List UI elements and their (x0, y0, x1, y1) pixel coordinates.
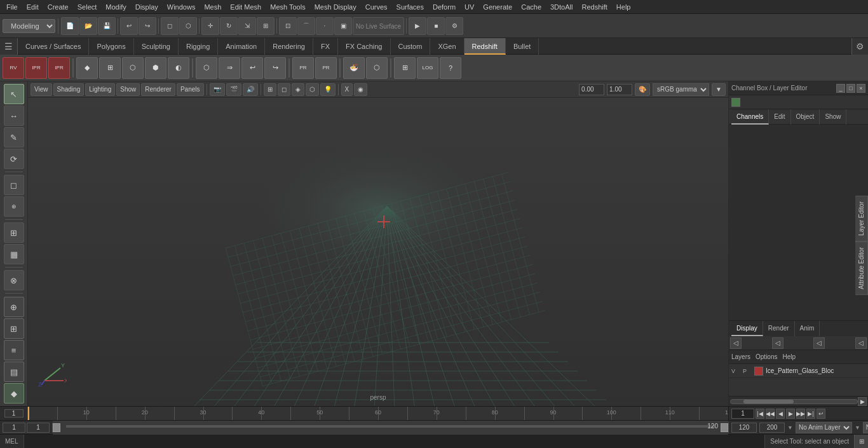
vp-audio-btn[interactable]: 🔊 (243, 83, 258, 96)
vp-wire-toggle[interactable]: ◻ (278, 83, 290, 96)
shelf-save-btn[interactable]: 💾 (98, 17, 116, 35)
layer-menu-layers[interactable]: Layers (731, 353, 750, 360)
tab-rendering[interactable]: Rendering (265, 38, 313, 55)
layer-menu-help[interactable]: Help (782, 353, 796, 360)
vp-xray-toggle[interactable]: X (341, 83, 353, 96)
menu-mesh-display[interactable]: Mesh Display (311, 2, 360, 12)
tool-mag[interactable]: ⊕ (4, 196, 24, 217)
tab-fx-caching[interactable]: FX Caching (338, 38, 390, 55)
anim-layer-arrow[interactable]: ▼ (787, 424, 793, 431)
tl-nav-prev[interactable]: ◀ (776, 409, 785, 419)
rs-icon-9[interactable]: ⬡ (196, 57, 217, 79)
rs-icon-8[interactable]: ◐ (168, 57, 189, 79)
shelf-render-btn[interactable]: ▶ (409, 17, 426, 35)
tool-isolate[interactable]: ⊗ (4, 270, 24, 290)
shelf-ipr-btn[interactable]: ■ (427, 17, 445, 35)
range-bar[interactable]: 120 (53, 421, 728, 435)
panel-collapse-btn[interactable]: _ (836, 84, 845, 93)
shelf-redo-btn[interactable]: ↪ (139, 17, 156, 35)
timeline-frame-input[interactable] (4, 409, 24, 417)
pb-current-input[interactable] (27, 423, 50, 433)
layer-tb-btn-3[interactable]: ◁ (813, 337, 825, 349)
shelf-undo-btn[interactable]: ↩ (120, 17, 138, 35)
menu-uv[interactable]: UV (461, 2, 478, 12)
layer-scroll-right[interactable]: ▶ (858, 397, 867, 406)
char-set-arrow[interactable]: ▼ (855, 424, 860, 431)
layer-tb-btn-1[interactable]: ◁ (730, 337, 742, 349)
menu-redshift[interactable]: Redshift (578, 2, 611, 12)
ch-tab-edit[interactable]: Edit (769, 109, 790, 125)
shelf-rotate-btn[interactable]: ↻ (220, 17, 238, 35)
menu-display[interactable]: Display (132, 2, 162, 12)
panel-expand-btn[interactable]: □ (846, 84, 855, 93)
gamma-dropdown[interactable]: sRGB gamma (653, 83, 709, 96)
tab-bar-left-btn[interactable]: ☰ (0, 38, 18, 55)
panel-close-btn[interactable]: × (857, 84, 865, 93)
tl-nav-play[interactable]: ▶ (786, 409, 795, 419)
shelf-snap-point-btn[interactable]: · (316, 17, 334, 35)
vp-menu-shading[interactable]: Shading (53, 83, 85, 96)
menu-surfaces[interactable]: Surfaces (393, 2, 428, 12)
tab-polygons[interactable]: Polygons (89, 38, 133, 55)
vp-texture-toggle[interactable]: ⬡ (306, 83, 319, 96)
menu-deform[interactable]: Deform (429, 2, 459, 12)
tool-move[interactable]: ↔ (4, 105, 24, 126)
rs-icon-17[interactable]: ⊞ (394, 57, 416, 79)
shelf-new-btn[interactable]: 📄 (61, 17, 79, 35)
vp-camera-btn[interactable]: 📷 (210, 83, 225, 96)
rs-icon-3[interactable]: IPR (48, 57, 70, 79)
channel-content[interactable] (729, 125, 868, 320)
tab-xgen[interactable]: XGen (430, 38, 464, 55)
tool-extra1[interactable]: ⊕ (4, 297, 24, 317)
shelf-select-btn[interactable]: ◻ (161, 17, 179, 35)
rs-icon-16[interactable]: ⬡ (366, 57, 388, 79)
menu-edit[interactable]: Edit (23, 2, 43, 12)
mode-selector[interactable]: Modeling (3, 19, 55, 33)
vp-menu-renderer[interactable]: Renderer (141, 83, 175, 96)
shelf-render-settings-btn[interactable]: ⚙ (445, 17, 463, 35)
rs-icon-5[interactable]: ⊞ (99, 57, 121, 79)
menu-mesh-tools[interactable]: Mesh Tools (266, 2, 309, 12)
tool-select[interactable]: ↖ (4, 84, 24, 104)
viewport-3d[interactable]: Y X Z persp (28, 98, 728, 406)
menu-help[interactable]: Help (613, 2, 635, 12)
vp-menu-panels[interactable]: Panels (177, 83, 204, 96)
current-frame-display[interactable] (731, 409, 754, 419)
rs-icon-11[interactable]: ↩ (241, 57, 263, 79)
shelf-snap-grid-btn[interactable]: ⊡ (279, 17, 297, 35)
layer-tb-btn-2[interactable]: ◁ (772, 337, 783, 349)
rs-icon-7[interactable]: ⬢ (145, 57, 166, 79)
command-input[interactable] (24, 435, 765, 449)
side-tab-attribute-editor[interactable]: Attribute Editor (855, 241, 868, 295)
menu-modify[interactable]: Modify (102, 2, 130, 12)
rs-icon-15[interactable]: 🍜 (343, 57, 365, 79)
rs-icon-1[interactable]: RV (3, 57, 24, 79)
pb-start-input[interactable] (3, 423, 25, 433)
menu-file[interactable]: File (3, 2, 22, 12)
layer-menu-options[interactable]: Options (756, 353, 777, 360)
ch-tab-channels[interactable]: Channels (731, 109, 769, 125)
layer-tb-btn-4[interactable]: ◁ (855, 337, 867, 349)
cmd-expand-btn[interactable]: ⊞ (854, 435, 868, 449)
gamma-mode-icon[interactable]: 🎨 (635, 83, 650, 96)
rs-icon-19[interactable]: ? (440, 57, 461, 79)
tab-rigging[interactable]: Rigging (179, 38, 218, 55)
tab-sculpting[interactable]: Sculpting (134, 38, 179, 55)
tab-settings-btn[interactable]: ⚙ (851, 38, 868, 55)
rs-icon-13[interactable]: PR (292, 57, 314, 79)
shelf-lasso-btn[interactable]: ⬡ (179, 17, 197, 35)
tool-display[interactable]: ▦ (4, 244, 24, 264)
rs-icon-14[interactable]: PR (315, 57, 337, 79)
vp-light-toggle[interactable]: 💡 (320, 83, 336, 96)
rs-icon-10[interactable]: ⇒ (219, 57, 240, 79)
tool-extra4[interactable]: ▤ (4, 362, 24, 382)
tab-fx[interactable]: FX (313, 38, 338, 55)
tool-region[interactable]: ◻ (4, 175, 24, 195)
tab-animation[interactable]: Animation (218, 38, 265, 55)
shelf-scale-btn[interactable]: ⇲ (238, 17, 256, 35)
shelf-transform-btn[interactable]: ⊞ (257, 17, 275, 35)
menu-curves[interactable]: Curves (362, 2, 391, 12)
layer-scrollbar[interactable] (730, 399, 858, 404)
menu-mesh[interactable]: Mesh (200, 2, 225, 12)
rs-icon-12[interactable]: ↪ (264, 57, 286, 79)
